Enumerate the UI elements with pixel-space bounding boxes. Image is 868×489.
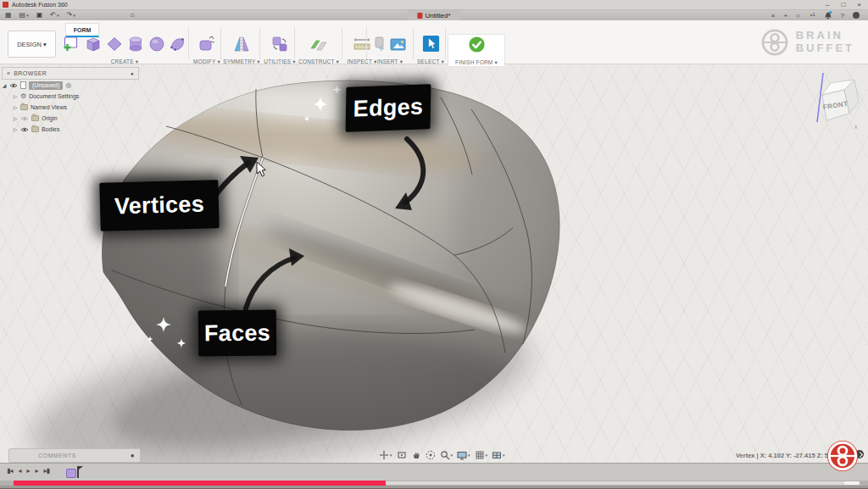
chevron-down-icon: ▾ [73, 14, 75, 18]
insert-menu-label[interactable]: INSERT ▾ [377, 58, 403, 65]
grid-settings-icon[interactable]: ▾ [475, 450, 488, 460]
browser-root-row[interactable]: ◢ (Unsaved) ◎ [2, 80, 139, 91]
ribbon-separator [445, 27, 446, 59]
timeline-form-feature-icon[interactable] [66, 469, 76, 478]
document-tab[interactable]: Untitled* [407, 10, 460, 20]
expander-open-icon[interactable]: ◢ [2, 82, 7, 88]
construct-menu-label[interactable]: CONSTRUCT ▾ [298, 58, 339, 65]
home-icon[interactable]: ⌂ [131, 12, 135, 19]
ribbon-group-create: CREATE ▾ [59, 34, 190, 65]
refresh-icon[interactable]: ○ [796, 12, 800, 19]
timeline-playhead[interactable] [77, 466, 79, 478]
annotation-edges-label: Edges [346, 84, 431, 132]
construct-plane-icon[interactable] [309, 34, 329, 58]
plane-primitive-icon[interactable] [104, 34, 125, 58]
insert-mesh-icon[interactable] [373, 34, 388, 58]
panel-options-icon[interactable]: ● [131, 71, 134, 76]
focus-target-icon[interactable]: ◎ [65, 81, 71, 89]
ribbon-separator [413, 27, 414, 59]
window-title: Autodesk Fusion 360 [12, 2, 68, 8]
go-to-end-button[interactable]: ▸▮ [43, 467, 48, 475]
minimize-button[interactable]: – [826, 1, 829, 8]
ribbon-separator [366, 27, 367, 59]
browser-row-origin[interactable]: ▷ Origin [2, 113, 139, 124]
workspace-selector[interactable]: DESIGN ▾ [8, 31, 56, 58]
gear-icon: ⚙ [20, 92, 26, 100]
app-grid-icon[interactable]: ▦ [5, 12, 12, 19]
canvas-image-icon[interactable] [389, 34, 408, 58]
step-forward-button[interactable]: ▸ [35, 467, 37, 475]
display-settings-icon[interactable]: ▾ [457, 450, 470, 460]
finish-form-check-icon[interactable] [467, 35, 487, 58]
user-avatar[interactable] [853, 12, 860, 19]
visibility-eye-icon[interactable] [20, 126, 29, 133]
view-cube[interactable]: FRONT x [805, 69, 866, 137]
sphere-primitive-icon[interactable] [147, 34, 167, 58]
cylinder-primitive-icon[interactable] [125, 34, 146, 58]
expander-closed-icon[interactable]: ▷ [13, 93, 18, 99]
orbit-icon[interactable] [426, 450, 436, 460]
box-primitive-icon[interactable] [83, 34, 103, 58]
finish-form-menu-label[interactable]: FINISH FORM ▾ [455, 59, 498, 66]
look-at-icon[interactable] [397, 450, 407, 460]
create-sketch-icon[interactable] [61, 34, 82, 58]
browser-item-label: Bodies [42, 126, 59, 132]
step-back-button[interactable]: ◂ [18, 467, 20, 475]
play-button[interactable]: ▸ [26, 467, 29, 475]
root-document-label[interactable]: (Unsaved) [29, 81, 63, 90]
browser-header[interactable]: « BROWSER ● [2, 67, 139, 80]
expander-closed-icon[interactable]: ▷ [13, 126, 18, 132]
new-tab-button[interactable]: + [783, 12, 787, 19]
annotation-faces-label: Faces [198, 310, 276, 357]
orbit-pan-icon[interactable]: ▾ [379, 450, 392, 460]
ribbon-group-insert: INSERT ▾ [368, 34, 412, 65]
progress-bar-end-segment [844, 481, 860, 485]
browser-row-bodies[interactable]: ▷ Bodies [2, 124, 139, 135]
select-cursor-icon[interactable] [421, 34, 441, 57]
modify-menu-label[interactable]: MODIFY ▾ [193, 58, 220, 65]
symmetry-menu-label[interactable]: SYMMETRY ▾ [223, 58, 260, 65]
go-to-start-button[interactable]: ▮◂ [7, 467, 12, 475]
maximize-button[interactable]: □ [841, 1, 845, 8]
window-titlebar: Autodesk Fusion 360 – □ × [0, 0, 868, 10]
save-button[interactable]: ▣ [36, 12, 43, 19]
expander-closed-icon[interactable]: ▷ [13, 115, 18, 121]
watermark-line1: BRAIN [796, 30, 854, 42]
viewports-icon[interactable]: ▾ [492, 450, 505, 460]
comments-expand-icon[interactable]: ● [131, 452, 135, 459]
mirror-symmetry-icon[interactable] [231, 34, 252, 58]
timeline-playback-controls: ▮◂ ◂ ▸ ▸ ▸▮ [7, 467, 49, 475]
visibility-eye-icon[interactable] [9, 82, 18, 89]
browser-item-label: Origin [42, 115, 58, 121]
convert-utility-icon[interactable] [270, 34, 290, 58]
collapse-panel-icon[interactable]: « [7, 70, 10, 76]
job-status-icon[interactable]: ◔1 [809, 12, 815, 19]
brain-buffet-logo-icon [760, 28, 789, 57]
viewport-canvas[interactable]: FRONT x « BROWSER ● ◢ (Unsaved) ◎ ▷ ⚙ Do… [0, 64, 868, 463]
visibility-eye-icon[interactable] [20, 115, 29, 122]
file-menu-button[interactable]: ▤▾ [19, 12, 29, 19]
select-menu-label[interactable]: SELECT ▾ [417, 58, 444, 65]
undo-button[interactable]: ↶▾ [50, 12, 58, 19]
z-axis-line [817, 73, 823, 122]
bottom-edge-strip [0, 486, 868, 489]
document-tab-label: Untitled* [425, 12, 450, 19]
utilities-menu-label[interactable]: UTILITIES ▾ [264, 58, 296, 65]
browser-row-named-views[interactable]: ▷ Named Views [2, 102, 139, 113]
quadball-primitive-icon[interactable] [168, 34, 188, 58]
browser-row-document-settings[interactable]: ▷ ⚙ Document Settings [2, 91, 139, 102]
redo-button[interactable]: ↷▾ [66, 12, 75, 19]
comments-bar[interactable]: COMMENTS ● [8, 448, 141, 463]
create-menu-label[interactable]: CREATE ▾ [111, 58, 139, 65]
progress-bar-remaining[interactable] [386, 481, 860, 485]
notifications-bell-icon[interactable] [824, 10, 832, 21]
close-tab-button[interactable]: × [771, 12, 776, 19]
zoom-icon[interactable]: ▾ [440, 450, 453, 460]
document-icon [417, 13, 422, 19]
edit-form-icon[interactable] [197, 34, 217, 58]
close-button[interactable]: × [857, 1, 861, 8]
expander-closed-icon[interactable]: ▷ [13, 104, 18, 110]
help-icon[interactable]: ? [841, 12, 844, 19]
fusion-app-icon [3, 2, 8, 8]
pan-hand-icon[interactable] [411, 450, 421, 460]
